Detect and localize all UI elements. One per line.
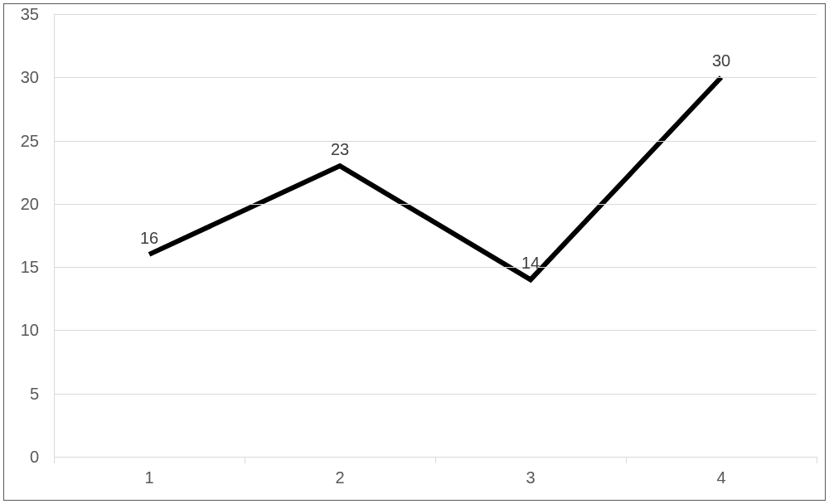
data-label: 14 <box>521 254 540 273</box>
y-tick-label: 15 <box>6 258 39 277</box>
x-axis-tick <box>817 457 817 463</box>
x-tick-label: 2 <box>323 468 356 487</box>
gridline <box>54 141 817 142</box>
y-tick-label: 25 <box>6 131 39 150</box>
gridline <box>54 267 817 268</box>
gridline <box>54 204 817 205</box>
y-tick-label: 35 <box>6 5 39 24</box>
x-axis-tick <box>245 457 245 463</box>
data-label: 16 <box>140 229 158 248</box>
y-tick-label: 0 <box>6 448 39 467</box>
y-tick-label: 10 <box>6 321 39 340</box>
y-tick-label: 30 <box>6 68 39 87</box>
line-series <box>54 14 817 457</box>
plot-area <box>54 14 817 457</box>
x-tick-label: 1 <box>133 468 166 487</box>
y-tick-label: 20 <box>6 194 39 213</box>
x-axis-tick <box>435 457 436 463</box>
data-label: 30 <box>712 51 730 70</box>
x-tick-label: 4 <box>705 468 738 487</box>
x-tick-label: 3 <box>514 468 547 487</box>
gridline <box>54 77 817 78</box>
y-tick-label: 5 <box>6 384 39 403</box>
x-axis-tick <box>54 457 55 463</box>
series-line <box>149 77 721 279</box>
chart-container: 05101520253035123416231430 <box>3 3 826 501</box>
gridline <box>54 394 817 395</box>
x-axis-tick <box>626 457 627 463</box>
gridline <box>54 14 817 15</box>
data-label: 23 <box>331 140 349 159</box>
gridline <box>54 330 817 331</box>
